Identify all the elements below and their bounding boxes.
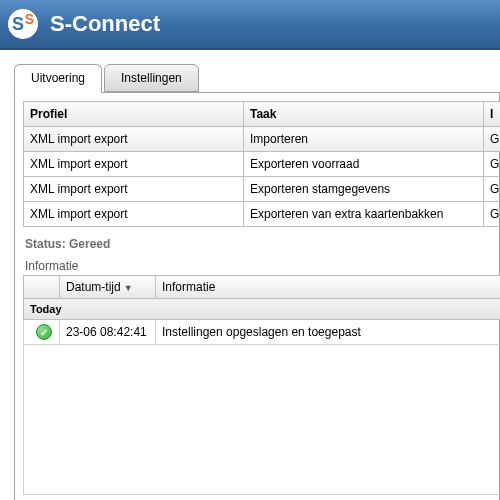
table-row[interactable]: XML import export Exporteren voorraad G [24, 152, 501, 177]
col-info[interactable]: Informatie [156, 276, 501, 299]
info-table: Datum-tijd▼ Informatie Today 23-06 08:42… [23, 275, 500, 495]
tab-execution[interactable]: Uitvoering [14, 64, 102, 93]
col-task[interactable]: Taak [244, 102, 484, 127]
table-row[interactable]: XML import export Exporteren stamgegeven… [24, 177, 501, 202]
app-title: S-Connect [50, 11, 160, 37]
col-3[interactable]: I [484, 102, 501, 127]
content-area: Uitvoering Instellingen Profiel Taak I X… [0, 50, 500, 500]
blank-area [24, 345, 501, 495]
col-datetime[interactable]: Datum-tijd▼ [60, 276, 156, 299]
col-icon[interactable] [24, 276, 60, 299]
success-icon [36, 324, 52, 340]
app-header: S-Connect [0, 0, 500, 50]
tab-bar: Uitvoering Instellingen [14, 64, 500, 92]
app-logo [8, 9, 38, 39]
log-row[interactable]: 23-06 08:42:41 Instellingen opgeslagen e… [24, 320, 501, 345]
tasks-table: Profiel Taak I XML import export Importe… [23, 101, 500, 227]
status-label: Status: Gereed [25, 237, 499, 251]
table-row[interactable]: XML import export Importeren G [24, 127, 501, 152]
tab-settings[interactable]: Instellingen [104, 64, 199, 92]
execution-panel: Profiel Taak I XML import export Importe… [14, 92, 500, 500]
sort-desc-icon: ▼ [124, 283, 133, 293]
group-row-today[interactable]: Today [24, 299, 501, 320]
info-section-label: Informatie [25, 259, 499, 273]
col-profile[interactable]: Profiel [24, 102, 244, 127]
table-row[interactable]: XML import export Exporteren van extra k… [24, 202, 501, 227]
